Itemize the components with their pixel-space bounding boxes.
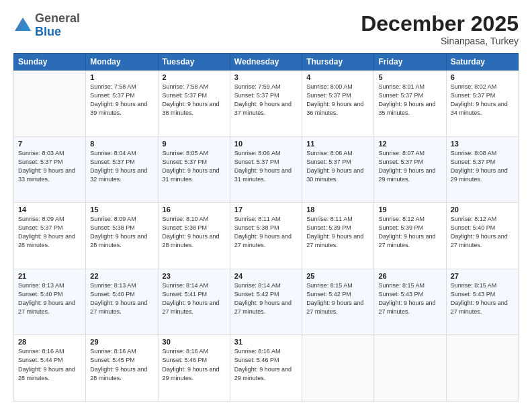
day-info: Sunrise: 8:06 AMSunset: 5:37 PMDaylight:…	[234, 150, 292, 183]
day-info: Sunrise: 8:11 AMSunset: 5:38 PMDaylight:…	[234, 216, 292, 248]
title-block: December 2025 Sinanpasa, Turkey	[361, 12, 519, 46]
day-number: 25	[306, 272, 369, 280]
day-number: 10	[234, 140, 298, 148]
cell-w3-d1: 15 Sunrise: 8:09 AMSunset: 5:38 PMDaylig…	[86, 203, 158, 269]
cell-w2-d5: 12 Sunrise: 8:07 AMSunset: 5:37 PMDaylig…	[374, 136, 446, 203]
day-info: Sunrise: 8:15 AMSunset: 5:42 PMDaylight:…	[306, 282, 363, 315]
day-number: 6	[451, 73, 514, 81]
cell-w1-d6: 6 Sunrise: 8:02 AMSunset: 5:37 PMDayligh…	[446, 71, 518, 137]
day-number: 16	[163, 205, 226, 214]
day-info: Sunrise: 8:08 AMSunset: 5:37 PMDaylight:…	[451, 150, 508, 183]
day-number: 17	[234, 205, 298, 214]
day-number: 27	[451, 272, 514, 280]
col-tuesday: Tuesday	[158, 54, 230, 71]
day-info: Sunrise: 8:11 AMSunset: 5:39 PMDaylight:…	[306, 216, 363, 248]
logo: General Blue	[13, 12, 80, 39]
cell-w5-d5	[374, 335, 446, 402]
day-number: 29	[90, 338, 153, 346]
cell-w4-d5: 26 Sunrise: 8:15 AMSunset: 5:43 PMDaylig…	[374, 269, 446, 335]
col-sunday: Sunday	[14, 54, 86, 71]
month-title: December 2025	[361, 12, 519, 36]
day-number: 31	[234, 338, 298, 346]
day-info: Sunrise: 8:01 AMSunset: 5:37 PMDaylight:…	[378, 83, 435, 116]
day-number: 21	[18, 272, 81, 280]
cell-w2-d1: 8 Sunrise: 8:04 AMSunset: 5:37 PMDayligh…	[86, 136, 158, 203]
day-number: 19	[378, 205, 441, 214]
logo-general: General	[35, 11, 80, 25]
week-row-3: 14 Sunrise: 8:09 AMSunset: 5:37 PMDaylig…	[14, 203, 519, 269]
day-number: 14	[18, 205, 81, 214]
day-info: Sunrise: 7:59 AMSunset: 5:37 PMDaylight:…	[234, 83, 292, 116]
day-info: Sunrise: 8:02 AMSunset: 5:37 PMDaylight:…	[451, 83, 508, 116]
day-number: 1	[90, 73, 153, 81]
day-number: 22	[90, 272, 153, 280]
week-row-2: 7 Sunrise: 8:03 AMSunset: 5:37 PMDayligh…	[14, 136, 519, 203]
day-number: 4	[306, 73, 369, 81]
cell-w4-d4: 25 Sunrise: 8:15 AMSunset: 5:42 PMDaylig…	[302, 269, 374, 335]
cell-w4-d2: 23 Sunrise: 8:14 AMSunset: 5:41 PMDaylig…	[158, 269, 230, 335]
cell-w3-d6: 20 Sunrise: 8:12 AMSunset: 5:40 PMDaylig…	[446, 203, 518, 269]
day-info: Sunrise: 8:06 AMSunset: 5:37 PMDaylight:…	[306, 150, 363, 183]
cell-w4-d6: 27 Sunrise: 8:15 AMSunset: 5:43 PMDaylig…	[446, 269, 518, 335]
day-info: Sunrise: 7:58 AMSunset: 5:37 PMDaylight:…	[163, 83, 220, 116]
day-number: 8	[90, 140, 153, 148]
day-number: 9	[163, 140, 226, 148]
cell-w2-d4: 11 Sunrise: 8:06 AMSunset: 5:37 PMDaylig…	[302, 136, 374, 203]
day-number: 26	[378, 272, 441, 280]
day-info: Sunrise: 8:09 AMSunset: 5:37 PMDaylight:…	[18, 216, 75, 248]
cell-w1-d2: 2 Sunrise: 7:58 AMSunset: 5:37 PMDayligh…	[158, 71, 230, 137]
cell-w3-d0: 14 Sunrise: 8:09 AMSunset: 5:37 PMDaylig…	[14, 203, 86, 269]
col-monday: Monday	[86, 54, 158, 71]
cell-w1-d1: 1 Sunrise: 7:58 AMSunset: 5:37 PMDayligh…	[86, 71, 158, 137]
day-info: Sunrise: 8:12 AMSunset: 5:40 PMDaylight:…	[451, 216, 508, 248]
cell-w5-d3: 31 Sunrise: 8:16 AMSunset: 5:46 PMDaylig…	[230, 335, 302, 402]
day-info: Sunrise: 8:10 AMSunset: 5:38 PMDaylight:…	[163, 216, 220, 248]
col-friday: Friday	[374, 54, 446, 71]
cell-w5-d1: 29 Sunrise: 8:16 AMSunset: 5:45 PMDaylig…	[86, 335, 158, 402]
generalblue-logo-icon	[13, 16, 32, 35]
day-info: Sunrise: 8:14 AMSunset: 5:42 PMDaylight:…	[234, 282, 292, 315]
cell-w1-d5: 5 Sunrise: 8:01 AMSunset: 5:37 PMDayligh…	[374, 71, 446, 137]
day-number: 2	[163, 73, 226, 81]
day-number: 12	[378, 140, 441, 148]
cell-w2-d2: 9 Sunrise: 8:05 AMSunset: 5:37 PMDayligh…	[158, 136, 230, 203]
logo-text: General Blue	[35, 12, 80, 39]
day-info: Sunrise: 8:05 AMSunset: 5:37 PMDaylight:…	[163, 150, 220, 183]
cell-w2-d6: 13 Sunrise: 8:08 AMSunset: 5:37 PMDaylig…	[446, 136, 518, 203]
day-number: 7	[18, 140, 81, 148]
cell-w1-d4: 4 Sunrise: 8:00 AMSunset: 5:37 PMDayligh…	[302, 71, 374, 137]
cell-w5-d2: 30 Sunrise: 8:16 AMSunset: 5:46 PMDaylig…	[158, 335, 230, 402]
cell-w4-d1: 22 Sunrise: 8:13 AMSunset: 5:40 PMDaylig…	[86, 269, 158, 335]
day-number: 24	[234, 272, 298, 280]
day-info: Sunrise: 8:13 AMSunset: 5:40 PMDaylight:…	[18, 282, 75, 315]
cell-w5-d4	[302, 335, 374, 402]
day-number: 20	[451, 205, 514, 214]
cell-w2-d0: 7 Sunrise: 8:03 AMSunset: 5:37 PMDayligh…	[14, 136, 86, 203]
day-info: Sunrise: 8:15 AMSunset: 5:43 PMDaylight:…	[378, 282, 435, 315]
day-number: 18	[306, 205, 369, 214]
subtitle: Sinanpasa, Turkey	[361, 36, 519, 46]
day-info: Sunrise: 8:16 AMSunset: 5:46 PMDaylight:…	[234, 348, 292, 381]
cell-w3-d4: 18 Sunrise: 8:11 AMSunset: 5:39 PMDaylig…	[302, 203, 374, 269]
day-number: 23	[163, 272, 226, 280]
day-number: 11	[306, 140, 369, 148]
day-info: Sunrise: 8:14 AMSunset: 5:41 PMDaylight:…	[163, 282, 220, 315]
day-info: Sunrise: 8:00 AMSunset: 5:37 PMDaylight:…	[306, 83, 363, 116]
weekday-header-row: Sunday Monday Tuesday Wednesday Thursday…	[14, 54, 519, 71]
cell-w3-d2: 16 Sunrise: 8:10 AMSunset: 5:38 PMDaylig…	[158, 203, 230, 269]
day-info: Sunrise: 8:12 AMSunset: 5:39 PMDaylight:…	[378, 216, 435, 248]
col-saturday: Saturday	[446, 54, 518, 71]
cell-w5-d6	[446, 335, 518, 402]
week-row-1: 1 Sunrise: 7:58 AMSunset: 5:37 PMDayligh…	[14, 71, 519, 137]
day-number: 3	[234, 73, 298, 81]
day-info: Sunrise: 8:13 AMSunset: 5:40 PMDaylight:…	[90, 282, 147, 315]
cell-w1-d3: 3 Sunrise: 7:59 AMSunset: 5:37 PMDayligh…	[230, 71, 302, 137]
day-info: Sunrise: 8:15 AMSunset: 5:43 PMDaylight:…	[451, 282, 508, 315]
cell-w2-d3: 10 Sunrise: 8:06 AMSunset: 5:37 PMDaylig…	[230, 136, 302, 203]
day-info: Sunrise: 8:16 AMSunset: 5:46 PMDaylight:…	[163, 348, 220, 381]
day-info: Sunrise: 8:16 AMSunset: 5:45 PMDaylight:…	[90, 348, 147, 381]
day-number: 30	[163, 338, 226, 346]
day-number: 15	[90, 205, 153, 214]
week-row-4: 21 Sunrise: 8:13 AMSunset: 5:40 PMDaylig…	[14, 269, 519, 335]
cell-w4-d0: 21 Sunrise: 8:13 AMSunset: 5:40 PMDaylig…	[14, 269, 86, 335]
